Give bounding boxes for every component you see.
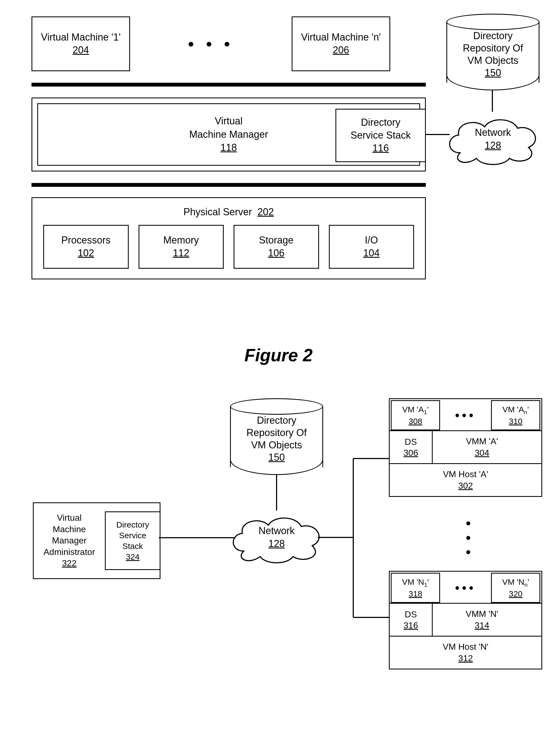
vm-an-box: VM 'An' 310 <box>491 400 540 430</box>
processors-ref: 102 <box>78 247 94 260</box>
processors-box: Processors 102 <box>43 225 129 269</box>
connector-line <box>159 537 235 539</box>
vm-host-a-block: VM 'A1' 308 ••• VM 'An' 310 VMM 'A' 304 … <box>389 398 542 497</box>
vm-nn-ref: 320 <box>509 588 523 599</box>
vm-host-n-label: VM Host 'N' 312 <box>390 636 541 669</box>
io-label: I/O <box>365 234 378 247</box>
network-label: Network <box>444 126 542 139</box>
memory-ref: 112 <box>173 247 189 260</box>
vmm-n-text: VMM 'N' <box>466 608 498 620</box>
vm-host-n-block: VM 'N1' 318 ••• VM 'Nn' 320 VMM 'N' 314 … <box>389 571 542 669</box>
io-box: I/O 104 <box>329 225 414 269</box>
dss-line2: Service Stack <box>351 129 411 142</box>
storage-box: Storage 106 <box>234 225 319 269</box>
vmma-l4: Administrator <box>43 547 95 558</box>
vm-1-label: Virtual Machine '1' <box>41 31 120 44</box>
vmma-l1: Virtual <box>57 512 82 524</box>
dss-ref: 116 <box>373 142 389 155</box>
figure-2-caption: Figure 2 <box>17 345 540 366</box>
vm-n1-ref: 318 <box>409 588 422 599</box>
directory-repository-cylinder: Directory Repository Of VM Objects 150 <box>230 398 323 475</box>
vm-a1-label: VM 'A1' <box>402 404 429 416</box>
connector-line <box>425 134 450 135</box>
ellipsis-vertical-dots: ••• <box>463 516 474 559</box>
directory-service-stack-box: Directory Service Stack 324 <box>105 512 160 570</box>
dss-l1: Directory <box>116 519 149 530</box>
ellipsis-dots: • • • <box>130 34 292 53</box>
io-ref: 104 <box>363 247 380 260</box>
repo-l1: Directory <box>257 414 296 427</box>
ds-a-text: DS <box>405 436 417 447</box>
memory-box: Memory 112 <box>139 225 224 269</box>
figure-3: Directory Repository Of VM Objects 150 N… <box>17 398 542 756</box>
network-cloud: Network 128 <box>444 112 542 167</box>
directory-repository-cylinder: Directory Repository Of VM Objects 150 <box>446 14 539 90</box>
vmm-outer-box: Virtual Machine Manager 118 Directory Se… <box>31 97 426 172</box>
network-cloud: Network 128 <box>227 510 326 565</box>
repo-l3: VM Objects <box>467 54 518 66</box>
repo-l1: Directory <box>473 30 512 42</box>
figure-2: Virtual Machine '1' 204 • • • Virtual Ma… <box>17 17 540 326</box>
directory-service-stack-box: Directory Service Stack 116 <box>335 109 426 162</box>
ellipsis-dots: ••• <box>445 581 486 595</box>
separator-bar <box>31 183 426 187</box>
vm-an-ref: 310 <box>509 416 523 427</box>
phys-ref: 202 <box>257 206 274 217</box>
ds-a-box: DS 306 <box>389 430 433 464</box>
vm-nn-label: VM 'Nn' <box>502 577 529 588</box>
vm-n1-box: VM 'N1' 318 <box>391 573 440 603</box>
repo-l2: Repository Of <box>246 427 307 439</box>
storage-label: Storage <box>259 234 294 247</box>
host-a-ref: 302 <box>458 480 473 492</box>
vmma-l2: Machine <box>53 524 86 535</box>
vm-a1-ref: 308 <box>409 416 422 427</box>
vm-an-label: VM 'An' <box>502 404 529 416</box>
vm-n1-label: VM 'N1' <box>402 577 429 588</box>
dss-line1: Directory <box>361 116 400 129</box>
vmma-l3: Manager <box>52 535 87 547</box>
ds-a-ref: 306 <box>403 447 418 458</box>
phys-title-text: Physical Server <box>183 206 252 217</box>
vmm-a-text: VMM 'A' <box>466 436 498 447</box>
dss-l3: Stack <box>122 541 143 551</box>
separator-bar <box>31 83 426 87</box>
dss-l2: Service <box>119 530 146 541</box>
memory-label: Memory <box>163 234 199 247</box>
vmma-ref: 322 <box>62 558 77 569</box>
ds-n-ref: 316 <box>403 620 418 631</box>
physical-server-box: Physical Server 202 Processors 102 Memor… <box>31 197 426 280</box>
vmm-line2: Machine Manager <box>189 128 268 141</box>
repo-l3: VM Objects <box>251 439 302 451</box>
network-ref: 128 <box>444 139 542 152</box>
vmm-ref: 118 <box>221 141 237 154</box>
vm-n-ref: 206 <box>333 44 349 57</box>
storage-ref: 106 <box>268 247 285 260</box>
dss-ref: 324 <box>126 551 139 562</box>
ds-n-text: DS <box>405 609 417 620</box>
vmm-administrator-box: Virtual Machine Manager Administrator 32… <box>33 502 160 579</box>
network-ref: 128 <box>227 537 326 550</box>
connector-tree <box>318 447 389 639</box>
vmm-a-ref: 304 <box>475 447 489 459</box>
ds-n-box: DS 316 <box>389 603 433 637</box>
network-label: Network <box>227 525 326 537</box>
connector-line <box>276 475 277 511</box>
processors-label: Processors <box>61 234 111 247</box>
vm-n-box: Virtual Machine 'n' 206 <box>292 17 390 71</box>
vm-host-a-label: VM Host 'A' 302 <box>390 463 541 496</box>
host-n-text: VM Host 'N' <box>443 641 489 653</box>
physical-server-title: Physical Server 202 <box>43 206 414 218</box>
ellipsis-dots: ••• <box>445 408 486 422</box>
connector-line <box>492 90 493 112</box>
vm-nn-box: VM 'Nn' 320 <box>491 573 540 603</box>
vmm-line1: Virtual <box>215 115 242 128</box>
vmma-label: Virtual Machine Manager Administrator 32… <box>34 503 105 578</box>
repo-l2: Repository Of <box>463 42 523 54</box>
vm-n-label: Virtual Machine 'n' <box>301 31 381 44</box>
host-n-ref: 312 <box>458 653 473 664</box>
vm-1-ref: 204 <box>72 44 89 57</box>
vmm-n-ref: 314 <box>475 620 489 631</box>
vm-a1-box: VM 'A1' 308 <box>391 400 440 430</box>
vm-1-box: Virtual Machine '1' 204 <box>31 17 130 71</box>
host-a-text: VM Host 'A' <box>443 469 488 480</box>
